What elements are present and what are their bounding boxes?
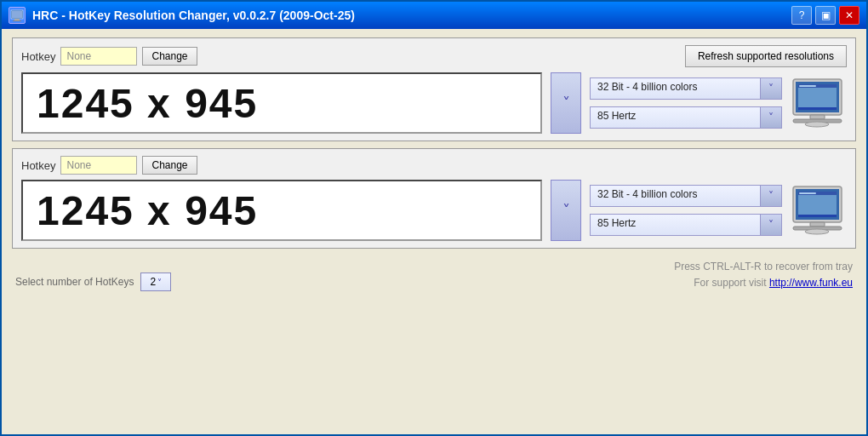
num-hotkeys-value: 2 (151, 276, 157, 288)
main-window: HRC - HotKey Resolution Changer, v0.0.2.… (0, 0, 868, 436)
resolution-display-1: 1245 x 945 (21, 72, 542, 134)
block1-header: Hotkey Change Refresh supported resoluti… (21, 45, 847, 67)
block1-main-row: 1245 x 945 ˅ 32 Bit - 4 billion colors ˅… (21, 72, 847, 134)
title-bar: HRC - HotKey Resolution Changer, v0.0.2.… (2, 2, 866, 29)
tip-line-1: Press CTRL-ALT-R to recover from tray (674, 259, 853, 275)
svg-rect-10 (798, 107, 837, 110)
svg-rect-7 (798, 84, 837, 110)
change-button-1[interactable]: Change (142, 47, 197, 66)
resolution-value-1: 1245 x 945 (37, 80, 258, 127)
dropdowns-2: 32 Bit - 4 billion colors ˅ 85 Hertz ˅ (590, 185, 782, 236)
svg-point-13 (805, 122, 829, 127)
hotkey-input-1[interactable] (60, 47, 137, 66)
content-area: Hotkey Change Refresh supported resoluti… (2, 29, 866, 434)
refresh-rate-field-2[interactable]: 85 Hertz (590, 214, 760, 236)
title-bar-left: HRC - HotKey Resolution Changer, v0.0.2.… (9, 7, 355, 24)
color-depth-arrow-1[interactable]: ˅ (760, 77, 782, 100)
hotkey-row-1: Hotkey Change (21, 47, 197, 66)
color-depth-wrapper-1: 32 Bit - 4 billion colors ˅ (590, 77, 782, 100)
color-depth-wrapper-2: 32 Bit - 4 billion colors ˅ (590, 185, 782, 207)
color-depth-arrow-2[interactable]: ˅ (760, 185, 782, 207)
resolution-display-2: 1245 x 945 (21, 180, 542, 241)
footer-left: Select number of HotKeys 2 ˅ (15, 272, 171, 291)
refresh-button[interactable]: Refresh supported resolutions (685, 45, 847, 67)
num-hotkeys-select[interactable]: 2 ˅ (140, 272, 171, 291)
resolution-block-1: Hotkey Change Refresh supported resoluti… (12, 37, 856, 141)
select-hotkeys-label: Select number of HotKeys (15, 276, 134, 288)
svg-rect-2 (14, 19, 20, 20)
refresh-rate-arrow-2[interactable]: ˅ (760, 214, 782, 236)
block2-main-row: 1245 x 945 ˅ 32 Bit - 4 billion colors ˅… (21, 180, 847, 241)
tip-line-2: For support visit http://www.funk.eu (674, 275, 853, 291)
svg-rect-11 (810, 115, 825, 119)
change-button-2[interactable]: Change (142, 156, 197, 175)
tip-line-2-text: For support visit (694, 277, 769, 289)
right-panel-2: 32 Bit - 4 billion colors ˅ 85 Hertz ˅ (590, 181, 847, 240)
dropdowns-1: 32 Bit - 4 billion colors ˅ 85 Hertz ˅ (590, 77, 782, 129)
resolution-dropdown-btn-2[interactable]: ˅ (551, 180, 581, 241)
hotkey-label-2: Hotkey (21, 159, 55, 172)
right-panel-1: 32 Bit - 4 billion colors ˅ 85 Hertz ˅ (590, 73, 847, 133)
hotkey-label-1: Hotkey (21, 50, 55, 63)
resolution-value-2: 1245 x 945 (37, 187, 258, 234)
app-icon (9, 7, 26, 24)
svg-rect-16 (798, 192, 837, 217)
svg-rect-9 (799, 85, 816, 87)
monitor-icon-1 (787, 73, 847, 133)
resolution-block-2: Hotkey Change 1245 x 945 ˅ 32 Bit - 4 bi… (12, 148, 856, 249)
resolution-dropdown-btn-1[interactable]: ˅ (551, 72, 581, 134)
refresh-rate-wrapper-2: 85 Hertz ˅ (590, 214, 782, 236)
svg-rect-1 (12, 11, 22, 18)
footer: Select number of HotKeys 2 ˅ Press CTRL-… (12, 255, 856, 298)
window-title: HRC - HotKey Resolution Changer, v0.0.2.… (32, 9, 355, 22)
monitor-button[interactable]: ▣ (815, 6, 836, 25)
color-depth-field-2[interactable]: 32 Bit - 4 billion colors (590, 185, 760, 207)
close-button[interactable]: ✕ (839, 6, 859, 25)
title-bar-buttons: ? ▣ ✕ (791, 6, 859, 25)
num-hotkeys-arrow: ˅ (157, 278, 162, 287)
svg-point-22 (805, 229, 829, 234)
refresh-rate-field-1[interactable]: 85 Hertz (590, 106, 760, 129)
refresh-rate-wrapper-1: 85 Hertz ˅ (590, 106, 782, 129)
color-depth-field-1[interactable]: 32 Bit - 4 billion colors (590, 77, 760, 100)
monitor-icon-2 (787, 181, 847, 240)
refresh-rate-arrow-1[interactable]: ˅ (760, 106, 782, 129)
svg-rect-3 (13, 20, 21, 21)
svg-rect-20 (810, 222, 825, 227)
hotkey-row-2: Hotkey Change (21, 156, 847, 175)
help-button[interactable]: ? (791, 6, 812, 25)
hotkey-input-2[interactable] (60, 156, 137, 175)
svg-rect-19 (798, 215, 837, 217)
support-link[interactable]: http://www.funk.eu (769, 277, 853, 289)
svg-rect-18 (799, 192, 816, 194)
footer-right: Press CTRL-ALT-R to recover from tray Fo… (674, 259, 853, 291)
